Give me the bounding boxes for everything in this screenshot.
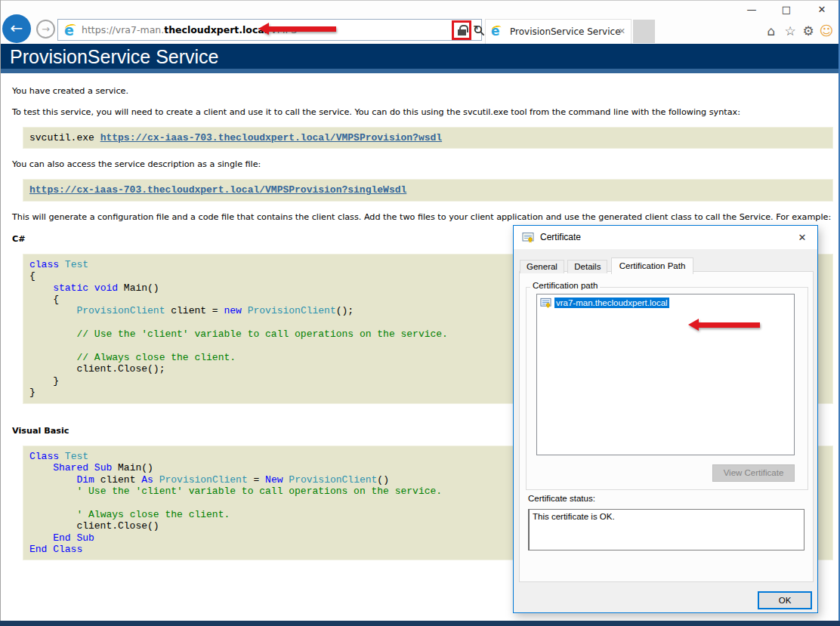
test-instructions-text: To test this service, you will need to c… [12,106,833,118]
certificate-list-item[interactable]: vra7-man.thecloudxpert.local [540,297,669,308]
window-border-top [0,0,840,1]
favorites-star-icon[interactable]: ☆ [781,23,799,39]
intro-text: You have created a service. [12,85,833,97]
svcutil-prefix: svcutil.exe [29,132,100,143]
window-border-bottom [0,621,840,626]
back-button[interactable]: ← [2,14,31,43]
back-icon: ← [11,19,23,37]
svcutil-code-block: svcutil.exe https://cx-iaas-703.thecloud… [23,127,833,149]
tab-details[interactable]: Details [567,260,607,273]
annotation-arrow-address [269,26,336,32]
browser-chrome: ← → e https://vra7-man.thecloudxpert.loc… [0,0,840,44]
refresh-icon[interactable]: ↻ [473,23,483,37]
dialog-close-icon[interactable]: ✕ [793,230,811,245]
certificate-item-icon [540,297,551,308]
dialog-title: Certificate [540,232,581,242]
annotation-arrow-certificate [699,322,760,328]
tab-certification-path[interactable]: Certification Path [611,257,694,274]
maximize-button[interactable]: □ [777,2,795,17]
home-icon[interactable]: ⌂ [762,23,780,39]
page-title: ProvisionService Service [0,44,840,73]
tab-title: ProvisionService Service [510,26,621,37]
window-border-left [0,0,1,626]
ok-button[interactable]: OK [758,591,812,609]
singlewsdl-code-block: https://cx-iaas-703.thecloudxpert.local/… [23,179,833,201]
url-domain: thecloudxpert.local [164,24,267,35]
certification-path-list[interactable]: vra7-man.thecloudxpert.local [536,294,795,455]
forward-button[interactable]: → [36,20,55,39]
lock-icon[interactable] [458,29,466,35]
selected-certificate-name: vra7-man.thecloudxpert.local [554,298,669,308]
minimize-button[interactable]: — [743,2,761,17]
tab-close-icon[interactable]: ✕ [619,26,625,36]
certificate-icon [522,231,534,245]
feedback-smiley-icon[interactable]: ☺ [817,23,835,39]
certificate-dialog: Certificate ✕ General Details Certificat… [513,225,818,613]
certificate-status-box: This certificate is OK. [528,509,804,550]
lock-annotation-box [452,20,471,40]
generate-text: This will generate a configuration file … [12,211,833,223]
tab-provisionservice[interactable]: e ProvisionService Service ✕ [485,19,632,44]
window-close-button[interactable]: ✕ [813,2,831,17]
dialog-tabs: General Details Certification Path [520,257,694,273]
ie-page-icon: e [64,23,74,38]
certificate-status-text: This certificate is OK. [533,512,615,521]
browser-window: ← → e https://vra7-man.thecloudxpert.loc… [0,0,840,626]
view-certificate-button[interactable]: View Certificate [712,464,795,482]
dialog-titlebar[interactable]: Certificate ✕ [514,226,817,249]
certificate-status-label: Certificate status: [528,494,595,503]
new-tab-button[interactable] [633,20,655,43]
url-scheme: https://vra7-man. [82,24,164,35]
certification-path-group-label: Certification path [530,281,600,290]
tab-general[interactable]: General [520,260,564,273]
certification-path-tab-page: Certification path vra7-man.thecloudxper… [519,271,814,582]
single-file-text: You can also access the service descript… [12,159,833,170]
ie-tab-icon: e [491,25,500,38]
settings-gear-icon[interactable]: ⚙ [799,23,817,39]
wsdl-link[interactable]: https://cx-iaas-703.thecloudxpert.local/… [100,132,442,143]
forward-icon: → [42,23,50,35]
singlewsdl-link[interactable]: https://cx-iaas-703.thecloudxpert.local/… [29,184,406,196]
